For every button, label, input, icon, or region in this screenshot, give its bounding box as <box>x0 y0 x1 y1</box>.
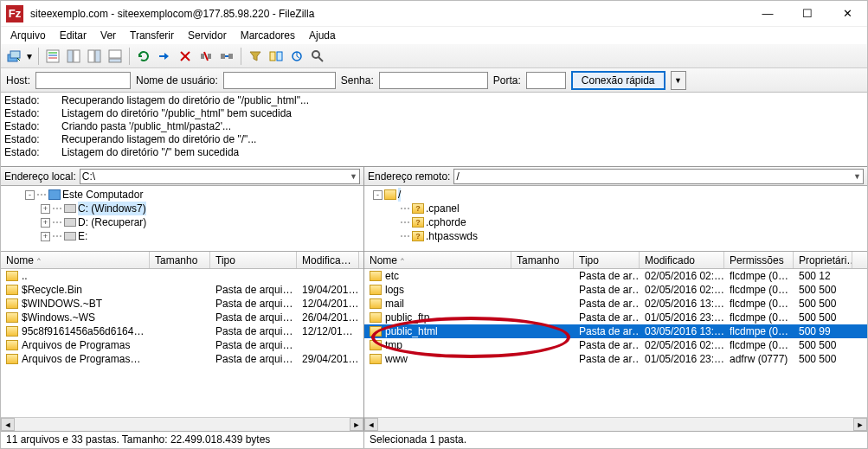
list-row[interactable]: Arquivos de Programas…Pasta de arqui…29/… <box>1 352 363 366</box>
cancel-button[interactable] <box>176 47 195 66</box>
process-queue-button[interactable] <box>155 47 174 66</box>
col-name[interactable]: Nome^ <box>364 252 511 268</box>
menu-arquivo[interactable]: Arquivo <box>4 28 52 43</box>
toggle-remote-tree-button[interactable] <box>85 47 104 66</box>
site-manager-dropdown[interactable]: ▾ <box>25 47 34 66</box>
local-path-combo[interactable]: C:\▼ <box>80 169 360 184</box>
list-row[interactable]: $WINDOWS.~BTPasta de arqui…12/04/201… <box>1 297 363 311</box>
list-row[interactable]: Arquivos de ProgramasPasta de arqui… <box>1 338 363 352</box>
expand-toggle[interactable]: + <box>41 232 50 241</box>
expand-toggle[interactable]: + <box>41 204 50 214</box>
svg-rect-7 <box>74 50 80 62</box>
folder-icon <box>370 354 382 364</box>
col-type[interactable]: Tipo <box>210 252 297 268</box>
menu-servidor[interactable]: Servidor <box>182 28 233 43</box>
compare-button[interactable] <box>267 47 286 66</box>
maximize-button[interactable]: ☐ <box>788 1 827 27</box>
list-row[interactable]: $Windows.~WSPasta de arqui…26/04/201… <box>1 311 363 324</box>
search-button[interactable] <box>308 47 327 66</box>
file-type: Pasta de arqui… <box>210 353 297 365</box>
col-owner[interactable]: Proprietári… <box>794 252 852 268</box>
list-row[interactable]: public_htmlPasta de ar…03/05/2016 13:…fl… <box>364 324 867 338</box>
reconnect-button[interactable] <box>217 47 236 66</box>
disconnect-button[interactable] <box>196 47 215 66</box>
expand-toggle[interactable]: - <box>25 190 35 200</box>
tree-node[interactable]: +⋯ C: (Windows7) <box>3 202 362 215</box>
list-row[interactable]: .. <box>1 269 363 283</box>
log-panel[interactable]: Estado:Recuperando listagem do diretório… <box>1 93 867 167</box>
col-modified[interactable]: Modificado <box>640 252 724 268</box>
tree-node[interactable]: ⋯? .cphorde <box>366 215 865 229</box>
menu-transferir[interactable]: Transferir <box>124 28 180 43</box>
remote-columns: Nome^ Tamanho Tipo Modificado Permissões… <box>364 252 867 269</box>
username-input[interactable] <box>223 72 336 89</box>
user-label: Nome de usuário: <box>136 74 218 87</box>
filter-button[interactable] <box>246 47 265 66</box>
file-name: www <box>385 353 408 365</box>
toggle-queue-button[interactable] <box>106 47 125 66</box>
tree-node[interactable]: ⋯? .htpasswds <box>366 229 865 243</box>
log-line: Estado:Listagem do diretório "/" bem suc… <box>4 146 864 159</box>
folder-up-icon <box>6 271 18 281</box>
list-row[interactable]: 95c8f9161456a56d6164…Pasta de arqui…12/1… <box>1 324 363 338</box>
file-owner: 500 500 <box>794 298 852 310</box>
tree-node[interactable]: -⋯ Este Computador <box>3 188 362 202</box>
menu-ver[interactable]: Ver <box>94 28 122 43</box>
col-modified[interactable]: Modifica… <box>297 252 359 268</box>
local-h-scroll[interactable]: ◄► <box>1 417 363 431</box>
sync-browsing-button[interactable] <box>287 47 306 66</box>
host-input[interactable] <box>35 72 131 89</box>
menu-marcadores[interactable]: Marcadores <box>235 28 301 43</box>
local-tree[interactable]: -⋯ Este Computador+⋯ C: (Windows7)+⋯ D: … <box>1 186 363 252</box>
quick-connect-history-dropdown[interactable]: ▼ <box>671 71 686 90</box>
svg-rect-17 <box>221 54 225 59</box>
col-type[interactable]: Tipo <box>574 252 640 268</box>
refresh-button[interactable] <box>134 47 153 66</box>
list-row[interactable]: mailPasta de ar…02/05/2016 13:…flcdmpe (… <box>364 297 867 311</box>
folder-icon <box>370 285 382 295</box>
col-permissions[interactable]: Permissões <box>724 252 794 268</box>
computer-icon <box>48 189 61 200</box>
list-row[interactable]: wwwPasta de ar…01/05/2016 23:…adfrw (077… <box>364 352 867 366</box>
list-row[interactable]: public_ftpPasta de ar…01/05/2016 23:…flc… <box>364 311 867 324</box>
list-row[interactable]: logsPasta de ar…02/05/2016 02:…flcdmpe (… <box>364 283 867 297</box>
quick-connect-button[interactable]: Conexão rápida <box>571 71 665 90</box>
file-type: Pasta de ar… <box>574 353 640 365</box>
tree-label: C: (Windows7) <box>78 202 146 215</box>
local-address-label: Endereço local: <box>4 170 76 183</box>
local-file-list[interactable]: ..$Recycle.BinPasta de arqui…19/04/201…$… <box>1 269 363 417</box>
expand-toggle[interactable]: - <box>373 190 383 200</box>
expand-toggle[interactable]: + <box>41 218 50 228</box>
tree-node[interactable]: +⋯ D: (Recuperar) <box>3 215 362 229</box>
tree-node[interactable]: ⋯? .cpanel <box>366 202 865 215</box>
file-name: Arquivos de Programas <box>22 339 130 351</box>
menu-editar[interactable]: Editar <box>54 28 93 43</box>
remote-tree[interactable]: - /⋯? .cpanel⋯? .cphorde⋯? .htpasswds <box>364 186 867 252</box>
tree-node[interactable]: - / <box>366 188 865 202</box>
file-type: Pasta de ar… <box>574 298 640 310</box>
list-row[interactable]: etcPasta de ar…02/05/2016 02:…flcdmpe (0… <box>364 269 867 283</box>
svg-rect-6 <box>68 50 73 62</box>
list-row[interactable]: tmpPasta de ar…02/05/2016 02:…flcdmpe (0… <box>364 338 867 352</box>
site-manager-button[interactable] <box>4 47 23 66</box>
toggle-local-tree-button[interactable] <box>64 47 83 66</box>
log-line: Estado:Recuperando listagem do diretório… <box>4 133 864 146</box>
toggle-log-button[interactable] <box>43 47 62 66</box>
password-input[interactable] <box>379 72 488 89</box>
col-size[interactable]: Tamanho <box>511 252 574 268</box>
col-size[interactable]: Tamanho <box>150 252 210 268</box>
close-button[interactable]: ✕ <box>827 1 867 27</box>
file-modified: 02/05/2016 02:… <box>640 284 724 296</box>
tree-label: / <box>398 188 401 202</box>
minimize-button[interactable]: — <box>748 1 788 27</box>
tree-node[interactable]: +⋯ E: <box>3 229 362 243</box>
remote-h-scroll[interactable]: ◄► <box>364 417 867 431</box>
toolbar: ▾ <box>1 44 867 68</box>
port-input[interactable] <box>526 72 566 89</box>
folder-icon <box>370 326 382 337</box>
col-name[interactable]: Nome^ <box>1 252 150 268</box>
remote-file-list[interactable]: etcPasta de ar…02/05/2016 02:…flcdmpe (0… <box>364 269 867 417</box>
menu-ajuda[interactable]: Ajuda <box>303 28 342 43</box>
list-row[interactable]: $Recycle.BinPasta de arqui…19/04/201… <box>1 283 363 297</box>
remote-path-combo[interactable]: /▼ <box>453 169 864 184</box>
